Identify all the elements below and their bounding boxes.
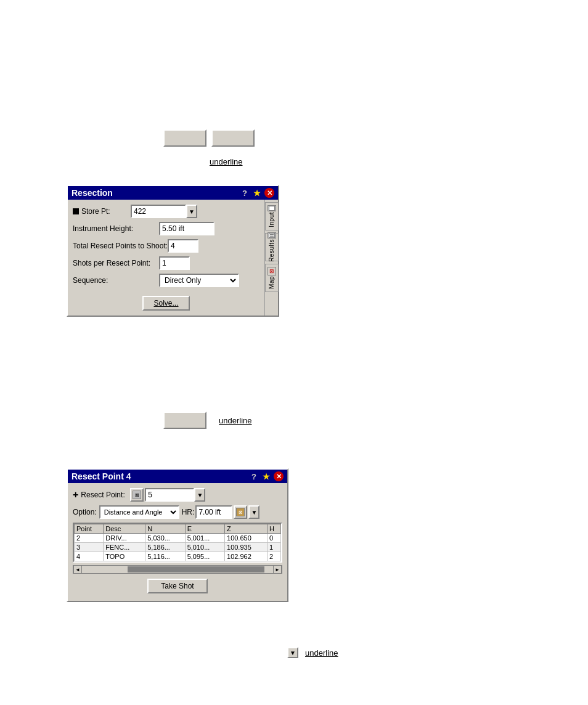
resection-tabs: Input Results [264,200,278,316]
middle-area: underline [163,412,252,429]
resection-dialog: Resection ? ★ ✕ Store Pt: ▼ Instrument H… [67,185,279,317]
option-label: Option: [73,508,97,516]
bottom-underline-text: underline [305,648,338,658]
resect-point-label: Resect Point: [81,491,130,499]
hr-label: HR: [182,508,195,516]
solve-btn-row: Solve... [73,292,259,311]
sequence-select[interactable]: Direct Only Direct and Reverse [159,274,239,287]
plus-icon: + [73,489,78,500]
instrument-height-input[interactable] [159,222,214,235]
col-point: Point [75,524,104,534]
cell-z-2: 100.935 [225,543,267,552]
cell-h-2: 1 [267,543,280,552]
tab-results-label: Results [268,239,275,262]
scroll-right[interactable]: ► [273,565,282,574]
sequence-label: Sequence: [73,276,159,285]
tab-map-label: Map [268,276,275,289]
bottom-dropdown-btn[interactable]: ▼ [287,647,298,658]
col-h: H [267,524,280,534]
middle-underline: underline [219,416,252,425]
store-pt-row: Store Pt: ▼ [73,205,259,218]
resect-data-table: Point Desc N E Z H 2 DRIV... 5,030... 5,… [74,524,281,561]
store-pt-input[interactable] [131,205,186,218]
store-pt-input-group: ▼ [131,205,197,218]
resect-close-icon[interactable]: ✕ [274,471,284,481]
resection-title: Resection [71,188,113,198]
cell-desc-1: DRIV... [104,534,145,543]
store-pt-checkbox[interactable] [73,208,79,214]
total-resect-input[interactable] [168,239,198,253]
close-icon[interactable]: ✕ [264,188,274,198]
titlebar-left: Resection [71,188,113,198]
resect-help-icon[interactable]: ? [249,471,259,481]
total-resect-label: Total Resect Points to Shoot: [73,242,168,250]
middle-button[interactable] [163,412,206,429]
top-buttons-area [163,129,255,147]
shots-per-input[interactable] [159,256,190,270]
cell-e-2: 5,010... [185,543,224,552]
help-icon[interactable]: ? [240,188,250,198]
instrument-height-label: Instrument Height: [73,224,159,233]
total-resect-row: Total Resect Points to Shoot: [73,239,259,253]
store-pt-label: Store Pt: [81,207,131,216]
shots-per-label: Shots per Resect Point: [73,259,159,267]
instrument-height-row: Instrument Height: [73,222,259,235]
resection-content: Store Pt: ▼ Instrument Height: Total Res… [68,200,264,316]
cell-n-3: 5,116... [145,552,185,561]
cell-point-1: 2 [75,534,104,543]
scroll-left[interactable]: ◄ [73,565,82,574]
tab-map[interactable]: ⊠ Map [265,264,279,292]
cell-z-1: 100.650 [225,534,267,543]
resection-body: Store Pt: ▼ Instrument Height: Total Res… [68,200,278,316]
cell-n-2: 5,186... [145,543,185,552]
sequence-row: Sequence: Direct Only Direct and Reverse [73,274,259,287]
cell-e-3: 5,095... [185,552,224,561]
solve-button[interactable]: Solve... [142,296,189,311]
resect-point-dropdown[interactable]: ▼ [194,488,205,502]
col-desc: Desc [104,524,145,534]
col-n: N [145,524,185,534]
resect-point-icon-btn[interactable]: ⊠ [130,488,144,502]
resect-favorite-icon[interactable]: ★ [261,471,271,481]
resect-point-input-group: ⊠ ▼ [130,488,205,502]
hr-icon-btn[interactable]: ⊠ [234,505,247,519]
scroll-track[interactable] [91,566,264,573]
tab-input-label: Input [268,212,275,227]
resect-content: + Resect Point: ⊠ ▼ Option: Distance and… [68,483,287,601]
resect-title: Resect Point 4 [71,471,131,481]
cell-point-2: 3 [75,543,104,552]
cell-desc-3: TOPO [104,552,145,561]
store-pt-dropdown[interactable]: ▼ [186,205,197,218]
table-row[interactable]: 3 FENC... 5,186... 5,010... 100.935 1 [75,543,281,552]
option-select-group: Distance and Angle Angle Only Distance O… [99,505,179,519]
take-shot-button[interactable]: Take Shot [147,579,207,593]
cell-h-3: 2 [267,552,280,561]
option-select[interactable]: Distance and Angle Angle Only Distance O… [99,505,179,519]
top-underline-text: underline [210,157,243,166]
tab-results[interactable]: Results [265,233,279,261]
table-row[interactable]: 4 TOPO 5,116... 5,095... 102.962 2 [75,552,281,561]
resect-titlebar-left: Resect Point 4 [71,471,131,481]
table-row[interactable]: 2 DRIV... 5,030... 5,001... 100.650 0 [75,534,281,543]
favorite-icon[interactable]: ★ [252,188,262,198]
titlebar-icons: ? ★ ✕ [240,188,274,198]
col-e: E [185,524,224,534]
table-scrollbar[interactable]: ◄ ► [73,565,282,574]
resect-titlebar-icons: ? ★ ✕ [249,471,284,481]
resect-point-row: + Resect Point: ⊠ ▼ [73,488,282,502]
shots-per-row: Shots per Resect Point: [73,256,259,270]
cell-e-1: 5,001... [185,534,224,543]
tab-input[interactable]: Input [265,202,279,230]
top-button-2[interactable] [211,129,255,147]
hr-input[interactable] [195,505,232,519]
sequence-select-group: Direct Only Direct and Reverse [159,274,239,287]
cell-point-3: 4 [75,552,104,561]
resect-point-dialog: Resect Point 4 ? ★ ✕ + Resect Point: ⊠ ▼… [67,468,288,602]
cell-desc-2: FENC... [104,543,145,552]
cell-n-1: 5,030... [145,534,185,543]
option-hr-row: Option: Distance and Angle Angle Only Di… [73,505,282,519]
resect-titlebar: Resect Point 4 ? ★ ✕ [68,470,287,483]
resect-point-input[interactable] [145,488,194,502]
top-button-1[interactable] [163,129,206,147]
hr-dropdown[interactable]: ▼ [248,505,259,519]
